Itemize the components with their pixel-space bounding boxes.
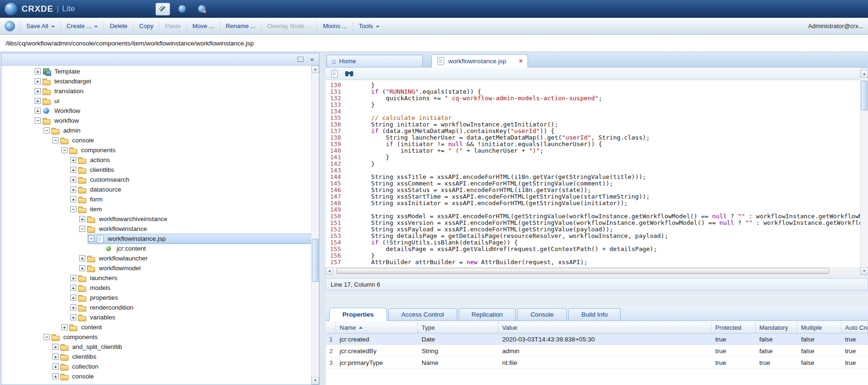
table-row[interactable]: 2jcr:createdByStringadmintruefalsefalset… xyxy=(326,345,868,357)
menu-item-move[interactable]: Move ... xyxy=(188,20,219,32)
column-header-protected[interactable]: Protected xyxy=(712,322,756,333)
tree-item-workflow[interactable]: −workflow xyxy=(1,116,311,126)
menu-item-mixins[interactable]: Mixins ... xyxy=(318,20,351,32)
tab-replication[interactable]: Replication xyxy=(459,308,516,320)
tree-item-workflowlauncher[interactable]: +workflowlauncher xyxy=(1,253,311,263)
expand-icon[interactable]: + xyxy=(70,177,76,183)
panel-menu-icon[interactable] xyxy=(296,55,304,64)
table-row[interactable]: 3jcr:primaryTypeNament:filetruetruefalse… xyxy=(326,357,868,369)
tool-button[interactable] xyxy=(156,3,170,15)
menu-item-save-all[interactable]: Save All xyxy=(22,20,59,32)
tree-item-item[interactable]: −item xyxy=(1,204,311,214)
scrollbar-thumb[interactable] xyxy=(861,81,868,111)
collapse-icon[interactable]: − xyxy=(44,334,50,340)
tree-item-models[interactable]: +models xyxy=(1,283,311,293)
tree-item-console[interactable]: +console xyxy=(1,371,311,381)
scrollbar-thumb[interactable] xyxy=(336,268,829,274)
editor-vertical-scrollbar[interactable]: ▲ ▼ xyxy=(860,70,868,275)
tree-scrollbar[interactable]: ▲ ▼ xyxy=(311,66,319,385)
tree-item-translation[interactable]: +translation xyxy=(1,86,311,96)
tree-item-collection[interactable]: +collection xyxy=(1,362,311,371)
column-header-auto-cre[interactable]: Auto Cre xyxy=(841,322,868,333)
expand-icon[interactable]: + xyxy=(70,196,76,202)
tree-item-workflowinstance[interactable]: −workflowinstance xyxy=(1,224,311,234)
tab-home[interactable]: ⌂Home xyxy=(326,55,423,67)
expand-icon[interactable]: + xyxy=(70,167,76,173)
expand-icon[interactable]: + xyxy=(70,186,76,192)
path-bar[interactable]: /libs/cq/workflow/admin/console/componen… xyxy=(0,35,868,52)
expand-icon[interactable]: + xyxy=(52,373,59,379)
tab-console[interactable]: Console xyxy=(517,308,567,320)
expand-icon[interactable]: + xyxy=(70,275,76,281)
expand-icon[interactable]: + xyxy=(35,88,41,94)
expand-icon[interactable]: + xyxy=(35,68,41,74)
close-icon[interactable]: × xyxy=(519,58,523,64)
collapse-icon[interactable]: − xyxy=(70,206,76,212)
collapse-icon[interactable]: − xyxy=(79,226,85,232)
tab-access-control[interactable]: Access Control xyxy=(388,308,457,320)
tree-item-actions[interactable]: +actions xyxy=(1,155,311,165)
table-row[interactable]: 1jcr:createdDate2020-03-03T14:43:39.838+… xyxy=(326,333,868,345)
tree-item-datasource[interactable]: +datasource xyxy=(1,185,311,194)
menu-item-copy[interactable]: Copy xyxy=(134,20,158,32)
expand-icon[interactable]: + xyxy=(61,324,67,330)
expand-icon[interactable]: + xyxy=(70,295,76,301)
tree-item-workflowarchiveinstance[interactable]: +workflowarchiveinstance xyxy=(1,214,311,224)
menu-item-rename[interactable]: Rename ... xyxy=(221,20,260,32)
tree-item-testandtarget[interactable]: +testandtarget xyxy=(1,76,311,86)
search-icon[interactable] xyxy=(345,71,353,77)
expand-icon[interactable]: + xyxy=(70,285,76,291)
tree-item-customsearch[interactable]: +customsearch xyxy=(1,175,311,185)
column-header-mandatory[interactable]: Mandatory xyxy=(756,322,797,333)
tree-item-workflow[interactable]: +Workflow xyxy=(1,106,311,116)
tree-item-content[interactable]: +content xyxy=(1,322,311,332)
tree-item-clientlibs[interactable]: +clientlibs xyxy=(1,165,311,175)
menu-item-tools[interactable]: Tools xyxy=(354,20,384,32)
collapse-panel-icon[interactable]: « xyxy=(308,55,316,64)
tree-item-form[interactable]: +form xyxy=(1,194,311,204)
tab-properties[interactable]: Properties xyxy=(329,308,387,321)
expand-icon[interactable]: + xyxy=(35,98,41,104)
tree-item-template[interactable]: +Template xyxy=(1,67,311,76)
column-header-name[interactable]: Name xyxy=(336,322,418,333)
scrollbar-thumb[interactable] xyxy=(312,239,319,282)
tab-build-info[interactable]: Build Info xyxy=(568,308,621,320)
expand-icon[interactable]: + xyxy=(70,157,76,163)
tree-item-jcr-content[interactable]: jcr:content xyxy=(1,244,311,253)
menu-item-create[interactable]: Create ... xyxy=(62,20,103,32)
tree-item-rendercondition[interactable]: +rendercondition xyxy=(1,303,311,312)
expand-icon[interactable]: + xyxy=(79,216,85,222)
scroll-up-icon[interactable]: ▲ xyxy=(861,70,868,78)
tree-item-console[interactable]: −console xyxy=(1,135,311,145)
expand-icon[interactable]: + xyxy=(52,344,59,350)
tree-item-components[interactable]: −components xyxy=(1,332,311,342)
collapse-icon[interactable]: − xyxy=(88,236,94,242)
collapse-icon[interactable]: − xyxy=(52,137,59,143)
expand-icon[interactable]: + xyxy=(70,314,76,320)
tree-item-workflowmodel[interactable]: +workflowmodel xyxy=(1,263,311,273)
menu-item-delete[interactable]: Delete xyxy=(105,20,132,32)
expand-icon[interactable]: + xyxy=(35,108,41,114)
tab-workflowinstance-jsp[interactable]: workflowinstance.jsp× xyxy=(431,54,528,67)
bundle-button[interactable] xyxy=(195,3,209,15)
expand-icon[interactable]: + xyxy=(79,265,85,271)
scroll-up-icon[interactable]: ▲ xyxy=(312,66,319,73)
code-editor[interactable]: 1301311321331341351361371381391401411421… xyxy=(326,80,860,267)
scroll-left-icon[interactable]: ◄ xyxy=(326,267,333,275)
tree-item-and-split-clientlib[interactable]: +and_split_clientlib xyxy=(1,342,311,352)
column-header-type[interactable]: Type xyxy=(418,322,498,333)
collapse-icon[interactable]: − xyxy=(44,127,50,133)
tree-item-components[interactable]: −components xyxy=(1,145,311,155)
expand-icon[interactable]: + xyxy=(35,78,41,84)
tree-item-clientlibs[interactable]: +clientlibs xyxy=(1,352,311,362)
tree-item-launchers[interactable]: +launchers xyxy=(1,273,311,283)
expand-icon[interactable]: + xyxy=(52,354,59,360)
column-header-value[interactable]: Value xyxy=(498,322,712,333)
scroll-down-icon[interactable]: ▼ xyxy=(312,377,319,385)
expand-icon[interactable]: + xyxy=(52,363,59,370)
tree-item-admin[interactable]: −admin xyxy=(1,126,311,135)
document-icon[interactable] xyxy=(330,70,339,77)
globe-icon[interactable] xyxy=(5,21,15,31)
tree-item-workflowinstance-jsp[interactable]: −workflowinstance.jsp xyxy=(1,234,311,244)
tree-item-ui[interactable]: +ui xyxy=(1,96,311,106)
